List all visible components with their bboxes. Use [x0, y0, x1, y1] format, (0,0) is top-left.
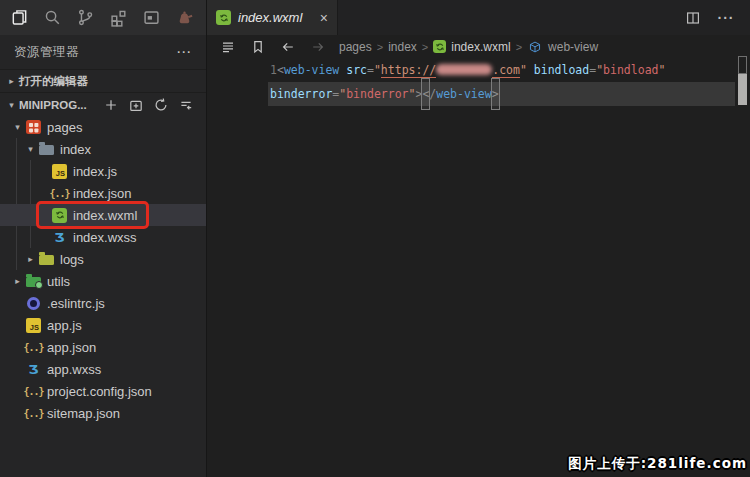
wxml-file-icon: [52, 208, 67, 223]
tree-item-utils[interactable]: ▸utils: [0, 270, 206, 292]
tree-item-label: utils: [47, 274, 70, 289]
app-window-icon[interactable]: [139, 6, 163, 30]
json-file-icon: {..}: [26, 383, 42, 399]
tab-index-wxml[interactable]: index.wxml ×: [207, 0, 338, 35]
teapot-icon[interactable]: [172, 6, 196, 30]
tree-item-label: index.wxss: [73, 230, 137, 245]
explorer-header: 资源管理器 ⋯: [0, 35, 206, 69]
tree-item--eslintrc-js[interactable]: .eslintrc.js: [0, 292, 206, 314]
breadcrumb-item-index[interactable]: index: [388, 40, 417, 54]
more-actions-icon[interactable]: ···: [717, 9, 735, 27]
js-file-icon: JS: [26, 318, 41, 333]
wxml-file-icon: [216, 10, 231, 25]
collapse-all-icon[interactable]: [176, 95, 195, 114]
tree-item-label: pages: [47, 120, 82, 135]
explorer-more-icon[interactable]: ⋯: [176, 43, 192, 61]
breadcrumb-label: index: [388, 40, 417, 54]
tree-item-label: app.json: [47, 340, 96, 355]
source-control-icon[interactable]: [73, 6, 97, 30]
breadcrumb-separator: >: [422, 41, 428, 53]
tree-item-logs[interactable]: ▸logs: [0, 248, 206, 270]
breadcrumb-item-pages[interactable]: pages: [339, 40, 372, 54]
breadcrumb-label: web-view: [548, 40, 598, 54]
arrow-left-icon[interactable]: [273, 37, 303, 57]
tree-item-label: index.js: [73, 164, 117, 179]
project-label: MINIPROG...: [19, 99, 87, 111]
wxss-file-icon: Ʒ: [52, 229, 68, 245]
bookmark-icon[interactable]: [243, 37, 273, 57]
code-token: <: [277, 63, 284, 77]
watermark: 图片上传于:281life.com: [568, 455, 747, 473]
tree-item-label: index.wxml: [73, 208, 137, 223]
tree-item-label: sitemap.json: [47, 406, 120, 421]
code-token: src: [346, 63, 367, 77]
activity-bar: [0, 0, 206, 35]
editor-group: index.wxml × ··· pages>index>index.wxml>…: [207, 0, 750, 477]
web-view-symbol-icon: [527, 39, 543, 55]
folder-index-icon: [39, 145, 54, 155]
tab-bar: index.wxml × ···: [207, 0, 750, 35]
tree-item-index-js[interactable]: JSindex.js: [0, 160, 206, 182]
tree-item-project-config-json[interactable]: {..}project.config.json: [0, 380, 206, 402]
code-token: binderror: [346, 87, 408, 101]
code-token: ": [374, 63, 381, 77]
tree-item-label: .eslintrc.js: [47, 296, 105, 311]
file-tree: ▾pages▾indexJSindex.js{..}index.jsoninde…: [0, 116, 206, 477]
tree-item-label: app.wxss: [47, 362, 101, 377]
tree-item-label: index: [60, 142, 91, 157]
line-number: 1: [270, 63, 277, 77]
breadcrumb-item-web-view[interactable]: web-view: [527, 39, 598, 55]
section-open-editors[interactable]: ▸ 打开的编辑器: [0, 69, 206, 92]
split-editor-icon[interactable]: [684, 9, 702, 27]
code-token: >: [492, 82, 499, 106]
breadcrumb: pages>index>index.wxml>web-view: [339, 39, 598, 55]
editor-toolbar: [213, 37, 333, 57]
tree-item-app-json[interactable]: {..}app.json: [0, 336, 206, 358]
wxss-file-icon: Ʒ: [26, 361, 42, 377]
json-file-icon: {..}: [26, 405, 42, 421]
extensions-icon[interactable]: [106, 6, 130, 30]
files-icon[interactable]: [7, 6, 31, 30]
sidebar: 资源管理器 ⋯ ▸ 打开的编辑器 ▾ MINIPROG... ▾pages▾in…: [0, 0, 207, 477]
code-line[interactable]: 1<web-view src="https://.com" bindload="…: [207, 58, 750, 82]
search-icon[interactable]: [40, 6, 64, 30]
code-area[interactable]: 1<web-view src="https://.com" bindload="…: [207, 58, 750, 477]
project-actions: [101, 95, 202, 114]
js-file-icon: JS: [52, 164, 67, 179]
breadcrumb-row: pages>index>index.wxml>web-view: [207, 35, 750, 58]
tree-item-index[interactable]: ▾index: [0, 138, 206, 160]
pages-folder-icon: [26, 120, 41, 134]
refresh-icon[interactable]: [151, 95, 170, 114]
redacted-url-blur: [436, 58, 492, 83]
section-project[interactable]: ▾ MINIPROG...: [0, 92, 206, 116]
code-token: .com: [492, 63, 520, 78]
open-editors-label: 打开的编辑器: [19, 74, 88, 89]
scrollbar-thumb[interactable]: [738, 74, 747, 105]
new-file-icon[interactable]: [101, 95, 120, 114]
tree-item-label: logs: [60, 252, 84, 267]
code-line[interactable]: binderror="binderror"></web-view>: [207, 82, 750, 106]
breadcrumb-separator: >: [516, 41, 522, 53]
tree-item-app-js[interactable]: JSapp.js: [0, 314, 206, 336]
tree-item-index-wxss[interactable]: Ʒindex.wxss: [0, 226, 206, 248]
new-folder-icon[interactable]: [126, 95, 145, 114]
code-token: web-view: [284, 63, 339, 77]
tree-item-index-wxml[interactable]: index.wxml: [0, 204, 206, 226]
breadcrumb-label: pages: [339, 40, 372, 54]
tab-label: index.wxml: [238, 10, 302, 25]
tree-item-label: project.config.json: [47, 384, 152, 399]
editor-actions: ···: [684, 0, 750, 35]
chevron-right-icon: ▸: [4, 76, 19, 86]
code-token: ": [520, 63, 527, 77]
tree-item-index-json[interactable]: {..}index.json: [0, 182, 206, 204]
breadcrumb-item-index-wxml[interactable]: index.wxml: [433, 40, 510, 54]
tree-item-sitemap-json[interactable]: {..}sitemap.json: [0, 402, 206, 424]
tree-item-pages[interactable]: ▾pages: [0, 116, 206, 138]
close-icon[interactable]: ×: [320, 11, 328, 25]
chevron-right-icon: ▸: [10, 276, 25, 286]
explorer-title: 资源管理器: [14, 44, 79, 61]
outline-icon[interactable]: [213, 37, 243, 57]
tree-item-app-wxss[interactable]: Ʒapp.wxss: [0, 358, 206, 380]
app-window: 资源管理器 ⋯ ▸ 打开的编辑器 ▾ MINIPROG... ▾pages▾in…: [0, 0, 750, 477]
folder-utils-icon: [26, 277, 41, 287]
